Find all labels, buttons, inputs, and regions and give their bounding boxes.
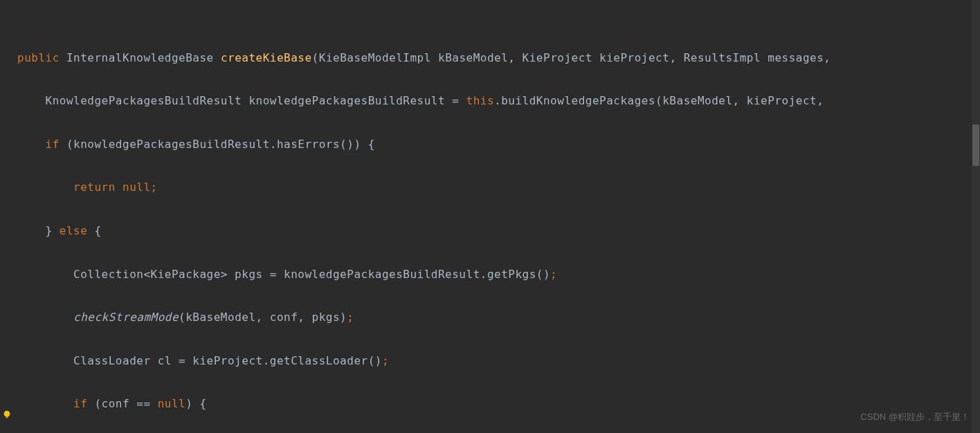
params: (KieBaseModelImpl kBaseModel, KieProject… xyxy=(312,47,831,68)
return-type: InternalKnowledgeBase xyxy=(66,47,214,68)
semicolon: ; xyxy=(151,176,158,198)
keyword-this: this xyxy=(466,90,495,111)
semicolon: ; xyxy=(382,350,389,371)
code-editor[interactable]: public InternalKnowledgeBase createKieBa… xyxy=(0,0,980,433)
scrollbar-track[interactable] xyxy=(972,0,980,433)
intention-bulb-icon[interactable] xyxy=(2,409,12,419)
statement: ClassLoader cl = kieProject.getClassLoad… xyxy=(73,350,382,371)
var-name: knowledgePackagesBuildResult xyxy=(248,90,445,111)
code-line[interactable]: } else { xyxy=(17,220,980,241)
watermark-text: CSDN @积跬步，至千里！ xyxy=(860,406,970,427)
method-name: createKieBase xyxy=(221,47,312,68)
method-call: .buildKnowledgePackages(kBaseModel, kieP… xyxy=(494,90,824,111)
semicolon: ; xyxy=(550,264,557,285)
brace: } xyxy=(46,220,60,241)
var-type: KnowledgePackagesBuildResult xyxy=(46,90,242,111)
brace: { xyxy=(87,220,101,241)
method-call: checkStreamMode xyxy=(73,306,179,328)
svg-point-0 xyxy=(4,411,10,417)
keyword-null: null xyxy=(158,393,186,414)
keyword-public: public xyxy=(17,47,60,68)
code-line[interactable]: KnowledgePackagesBuildResult knowledgePa… xyxy=(17,90,980,111)
keyword-if: if xyxy=(73,393,87,414)
scrollbar-thumb[interactable] xyxy=(972,125,979,166)
code-line[interactable]: ClassLoader cl = kieProject.getClassLoad… xyxy=(17,350,980,371)
statement: Collection<KiePackage> pkgs = knowledgeP… xyxy=(73,264,550,285)
args: (kBaseModel, conf, pkgs) xyxy=(179,306,347,328)
svg-rect-1 xyxy=(6,416,8,418)
code-line[interactable]: Collection<KiePackage> pkgs = knowledgeP… xyxy=(17,264,980,285)
code-line[interactable]: return null; xyxy=(17,176,980,198)
condition: (conf == xyxy=(87,393,157,414)
semicolon: ; xyxy=(347,306,354,328)
code-line[interactable]: checkStreamMode(kBaseModel, conf, pkgs); xyxy=(17,306,980,328)
condition: (knowledgePackagesBuildResult.hasErrors(… xyxy=(60,133,375,155)
keyword-else: else xyxy=(60,220,88,241)
keyword-if: if xyxy=(46,133,60,155)
keyword-return: return null xyxy=(73,176,150,198)
brace: ) { xyxy=(185,393,206,414)
code-line[interactable]: public InternalKnowledgeBase createKieBa… xyxy=(17,47,980,68)
code-line[interactable]: if (knowledgePackagesBuildResult.hasErro… xyxy=(17,133,980,155)
code-line[interactable]: if (conf == null) { xyxy=(17,393,980,414)
